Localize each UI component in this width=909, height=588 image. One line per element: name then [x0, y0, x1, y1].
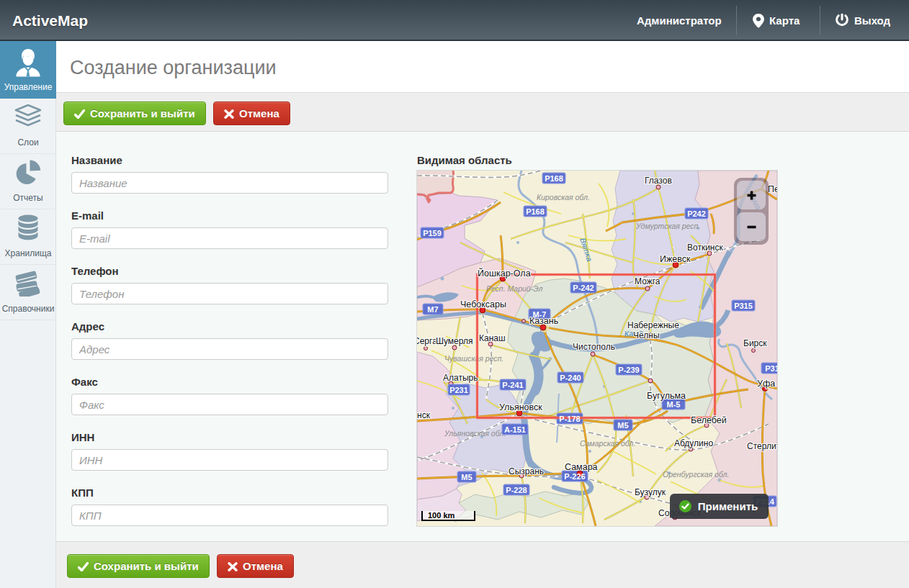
svg-text:М7: М7 — [427, 305, 438, 314]
svg-text:Шумерля: Шумерля — [436, 336, 473, 346]
svg-text:Оренбургская обл.: Оренбургская обл. — [663, 470, 729, 479]
svg-text:Йошкар-Ола: Йошкар-Ола — [478, 268, 531, 279]
svg-text:Бузулук: Бузулук — [635, 487, 666, 497]
svg-text:Самарская обл.: Самарская обл. — [580, 439, 635, 448]
svg-text:Р-228: Р-228 — [506, 486, 527, 494]
svg-text:М-7: М-7 — [533, 310, 547, 319]
svg-text:Р242: Р242 — [687, 209, 706, 218]
svg-text:Глазов: Глазов — [645, 176, 672, 186]
svg-text:Р-240: Р-240 — [560, 374, 581, 382]
svg-text:Стерлита: Стерлита — [747, 441, 777, 451]
svg-text:Р31: Р31 — [765, 364, 777, 373]
svg-text:Р-178: Р-178 — [559, 415, 580, 423]
svg-text:Сызрань: Сызрань — [509, 466, 544, 476]
svg-text:нск: нск — [417, 410, 431, 420]
svg-text:Р-242: Р-242 — [573, 284, 594, 292]
svg-text:А-151: А-151 — [504, 425, 526, 434]
svg-text:Р-241: Р-241 — [502, 381, 523, 389]
svg-text:Канаш: Канаш — [479, 333, 506, 343]
svg-text:Ульяновск: Ульяновск — [499, 402, 542, 412]
svg-text:Абдулино: Абдулино — [674, 438, 713, 448]
svg-text:Р-239: Р-239 — [618, 366, 639, 374]
svg-text:Чистополь: Чистополь — [573, 342, 615, 352]
svg-text:Кировская обл.: Кировская обл. — [537, 193, 590, 202]
svg-text:Ульяновская обл.: Ульяновская обл. — [444, 429, 506, 438]
svg-text:Алатырь: Алатырь — [443, 373, 478, 383]
svg-text:Чебоксары: Чебоксары — [460, 299, 506, 309]
svg-text:Можга: Можга — [635, 276, 661, 286]
svg-text:Р159: Р159 — [423, 229, 442, 238]
svg-text:Р315: Р315 — [734, 302, 753, 310]
svg-text:Воткинск: Воткинск — [687, 243, 723, 253]
svg-text:Респ. Марий-Эл: Респ. Марий-Эл — [486, 284, 542, 293]
svg-text:Чувашская респ.: Чувашская респ. — [444, 354, 503, 363]
svg-text:Р231: Р231 — [449, 386, 468, 394]
svg-text:Р168: Р168 — [526, 207, 545, 216]
svg-text:Пе: Пе — [768, 184, 777, 194]
svg-text:Уфа: Уфа — [757, 379, 775, 389]
svg-text:Набережные: Набережные — [627, 320, 679, 330]
svg-text:Р-226: Р-226 — [564, 472, 585, 481]
svg-text:Ижевск: Ижевск — [660, 254, 691, 264]
svg-text:Челны: Челны — [633, 330, 660, 340]
svg-text:Р168: Р168 — [545, 174, 563, 183]
svg-text:М-5: М-5 — [667, 400, 681, 409]
svg-text:Бирск: Бирск — [743, 338, 767, 348]
svg-text:М5: М5 — [617, 421, 628, 430]
svg-text:Бугульма: Бугульма — [647, 391, 686, 401]
svg-text:Удмуртская респ.: Удмуртская респ. — [635, 222, 700, 230]
svg-text:М5: М5 — [461, 473, 472, 481]
svg-text:Белебей: Белебей — [691, 415, 727, 425]
